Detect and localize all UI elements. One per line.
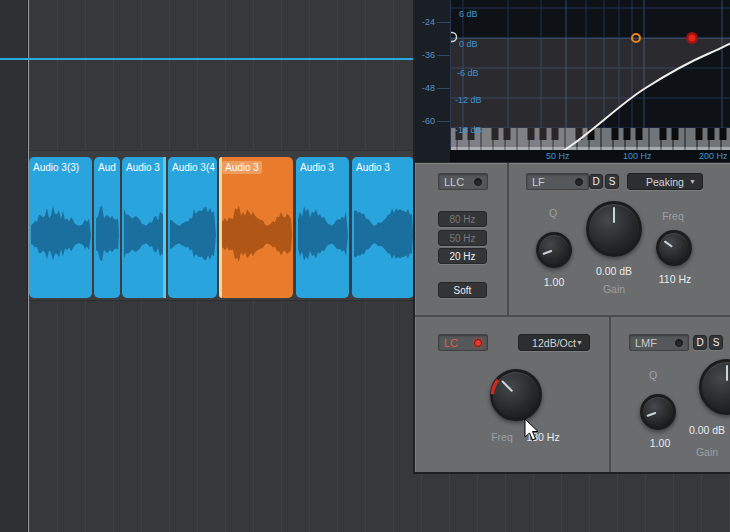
eq-graph-svg [451,0,730,162]
lf-mode-dropdown[interactable]: Peaking ▼ [627,173,703,190]
lf-label: LF [532,176,545,188]
chevron-down-icon: ▼ [576,339,583,346]
lmf-band-section: LMF D S Q 1.00 0.00 dB Gain [609,315,730,474]
track-gutter [0,0,28,532]
lmf-header[interactable]: LMF [629,334,689,351]
db-label: -12 dB [455,95,482,105]
clip-waveform [29,157,92,298]
audio-clip[interactable]: Audio 3 [219,157,293,298]
llc-section: LLC 80 Hz 50 Hz 20 Hz Soft [415,163,507,315]
meter-label: -48 [415,83,435,93]
lmf-s-button[interactable]: S [709,335,723,350]
clip-waveform [296,157,349,298]
daw-screen: Audio 3(3)AudAudio 3Audio 3(4Audio 3Audi… [0,0,730,532]
eq-meter-scale: -24 -36 -48 -60 [415,0,450,162]
crossfade-sliver-pale[interactable] [219,157,222,298]
lc-slope-value: 12dB/Oct [532,337,576,349]
clip-waveform [352,157,414,298]
lc-band-handle [689,35,696,42]
llc-20hz-button[interactable]: 20 Hz [438,248,487,264]
eq-curve-display[interactable]: 6 dB 0 dB -6 dB -12 dB -18 dB [450,0,730,162]
lc-header[interactable]: LC [438,334,488,351]
freq-axis-label: 50 Hz [546,151,570,161]
lf-freq-value: 110 Hz [645,273,705,285]
lf-q-knob[interactable] [536,232,572,268]
meter-tick [437,121,450,122]
lmf-q-knob[interactable] [640,394,676,430]
audio-clip[interactable]: Audio 3 [122,157,166,298]
mouse-cursor [524,418,542,444]
meter-label: -36 [415,50,435,60]
llc-header[interactable]: LLC [438,173,488,190]
audio-clip[interactable]: Audio 3(4 [168,157,217,298]
lf-gain-label: Gain [584,283,644,295]
llc-led[interactable] [474,178,482,186]
meter-tick [437,88,450,89]
crossfade-sliver-cyan[interactable] [163,157,166,298]
lf-d-button[interactable]: D [589,174,603,189]
lmf-label: LMF [635,337,657,349]
pro-eq-plugin-window: -24 -36 -48 -60 [413,0,730,474]
meter-label: -60 [415,116,435,126]
llc-80hz-button[interactable]: 80 Hz [438,211,487,227]
lmf-gain-value: 0.00 dB [672,424,730,436]
clip-waveform [94,157,120,298]
lf-led[interactable] [575,178,583,186]
automation-line[interactable] [0,58,413,60]
lc-label: LC [444,337,458,349]
lf-freq-label: Freq [653,210,693,222]
freq-axis-label: 100 Hz [623,151,652,161]
lc-led[interactable] [474,339,482,347]
lmf-gain-label: Gain [687,446,727,458]
meter-label: -24 [415,17,435,27]
lf-band-section: LF D S Peaking ▼ Q 1.00 0.00 dB Gain [507,163,730,315]
chevron-down-icon: ▼ [689,178,696,185]
llc-label: LLC [444,176,464,188]
clip-waveform [219,157,293,298]
eq-controls: LLC 80 Hz 50 Hz 20 Hz Soft LF D S Peakin… [415,162,730,474]
audio-clip[interactable]: Audio 3 [352,157,414,298]
lc-band-section: LC 12dB/Oct ▼ Freq 180 Hz [415,315,609,474]
lf-q-label: Q [533,207,573,219]
clip-waveform [168,157,217,298]
eq-frequency-axis: 50 Hz 100 Hz 200 Hz [450,150,730,162]
lc-freq-value: 180 Hz [513,431,573,443]
db-label: 0 dB [459,39,478,49]
lf-s-button[interactable]: S [605,174,619,189]
lc-slope-dropdown[interactable]: 12dB/Oct ▼ [518,334,590,351]
lmf-d-button[interactable]: D [693,335,707,350]
lf-q-value: 1.00 [534,276,574,288]
audio-clip[interactable]: Audio 3(3) [29,157,92,298]
clip-waveform [122,157,166,298]
db-label: -6 dB [457,68,479,78]
audio-clip[interactable]: Aud [94,157,120,298]
db-label: -18 dB [455,125,482,135]
meter-tick [437,22,450,23]
lmf-q-label: Q [638,369,668,381]
db-label: 6 dB [459,9,478,19]
freq-axis-label: 200 Hz [699,151,728,161]
meter-tick [437,55,450,56]
lf-mode-value: Peaking [646,176,684,188]
lmf-gain-knob[interactable] [699,359,730,415]
lmf-led[interactable] [675,339,683,347]
llc-soft-button[interactable]: Soft [438,282,487,298]
lf-freq-knob[interactable] [656,230,692,266]
audio-clip[interactable]: Audio 3 [296,157,349,298]
llc-50hz-button[interactable]: 50 Hz [438,230,487,246]
lf-header[interactable]: LF [526,173,589,190]
lc-freq-knob[interactable] [490,369,542,421]
lf-gain-value: 0.00 dB [579,265,649,277]
lmf-q-value: 1.00 [640,437,680,449]
lf-gain-knob[interactable] [586,201,642,257]
